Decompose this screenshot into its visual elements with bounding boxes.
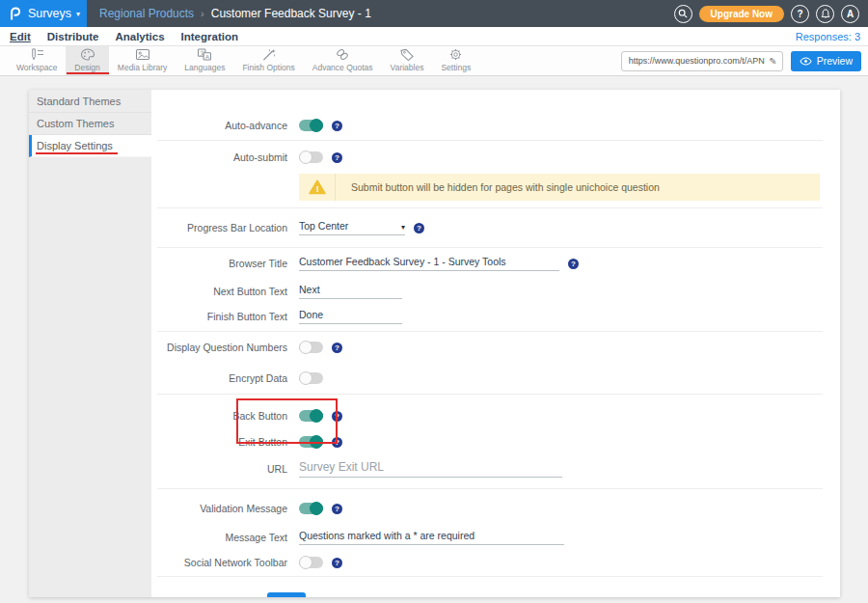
toolbar-tab-workspace[interactable]: Workspace [8,46,66,75]
progress-bar-help-icon[interactable]: ? [414,223,424,233]
browser-title-row: Browser Title Customer Feedback Survey -… [151,248,840,279]
exit-button-label: Exit Button [151,436,287,448]
validation-message-help-icon[interactable]: ? [332,504,342,514]
search-button[interactable] [674,5,692,23]
toggle-knob [299,151,312,164]
upgrade-now-button[interactable]: Upgrade Now [699,6,784,22]
sidebar-item-standard-themes[interactable]: Standard Themes [29,91,151,113]
svg-text:!: ! [315,184,318,194]
exit-url-input[interactable]: Survey Exit URL [299,460,562,478]
chevron-down-icon: ▾ [401,223,405,232]
chain-links-icon [335,48,350,61]
breadcrumb-folder[interactable]: Regional Products [99,7,194,20]
search-icon [678,9,688,18]
section-divider [157,488,823,489]
sidebar-item-label: Display Settings [37,140,113,151]
auto-advance-help-icon[interactable]: ? [332,121,342,131]
progress-bar-location-select[interactable]: Top Center ▾ [299,220,405,235]
save-row: Save [267,592,840,597]
product-switcher[interactable]: Surveys ▾ [0,0,87,27]
display-question-numbers-toggle[interactable] [299,342,323,353]
message-text-input[interactable]: Questions marked with a * are required [299,530,564,545]
toolbar-tab-label: Media Library [118,63,168,72]
toolbar-tab-label: Workspace [16,63,57,72]
notifications-button[interactable] [816,5,834,23]
section-divider [157,394,823,395]
toolbar-tab-label: Finish Options [242,63,294,72]
progress-bar-location-row: Progress Bar Location Top Center ▾ ? [151,208,840,247]
toolbar-tab-variables[interactable]: Variables [382,46,433,75]
browser-title-label: Browser Title [151,258,287,269]
back-button-row: Back Button ? [151,401,840,430]
toolbar-right: https://www.questionpro.com/t/APNrFZ ✎ P… [621,46,861,75]
social-network-toolbar-toggle[interactable] [299,557,323,568]
edit-toolbar: Workspace Design Media Library 文 A Langu… [0,46,868,76]
survey-url-field[interactable]: https://www.questionpro.com/t/APNrFZ ✎ [621,51,783,71]
warning-triangle-icon: ! [309,179,326,195]
toggle-knob [299,371,312,385]
magic-wand-icon [261,48,277,61]
browser-title-input[interactable]: Customer Feedback Survey - 1 - Survey To… [299,256,559,271]
browser-title-help-icon[interactable]: ? [568,259,579,269]
validation-message-row: Validation Message ? [151,491,840,526]
main-nav: Edit Distribute Analytics Integration Re… [0,27,868,46]
toolbar-tab-settings[interactable]: Settings [432,46,479,75]
social-network-toolbar-help-icon[interactable]: ? [332,558,342,568]
exit-button-toggle[interactable] [299,436,323,448]
exit-url-row: URL Survey Exit URL [151,455,840,482]
toolbar-tab-finish-options[interactable]: Finish Options [233,46,303,75]
display-question-numbers-row: Display Question Numbers ? [151,332,840,363]
exit-button-row: Exit Button ? [151,430,840,453]
finish-button-text-label: Finish Button Text [151,311,287,322]
toggle-knob [310,502,323,515]
responses-count[interactable]: Responses: 3 [796,31,860,42]
section-divider [157,576,823,577]
auto-submit-toggle[interactable] [299,151,323,163]
toggle-knob [310,409,323,423]
validation-message-toggle[interactable] [299,503,323,514]
toolbar-tab-design[interactable]: Design [66,46,108,75]
save-button[interactable]: Save [267,592,306,597]
product-name: Surveys [28,7,71,20]
design-settings-panel: Standard Themes Custom Themes Display Se… [29,90,840,597]
display-settings-annotation [36,152,118,154]
gear-icon [448,48,463,61]
nav-tab-distribute[interactable]: Distribute [47,31,99,42]
design-sidebar: Standard Themes Custom Themes Display Se… [29,90,151,597]
encrypt-data-row: Encrypt Data [151,363,840,394]
edit-url-icon[interactable]: ✎ [769,56,776,67]
bell-icon [821,9,830,19]
validation-message-label: Validation Message [151,503,287,514]
exit-button-help-icon[interactable]: ? [332,437,342,448]
social-network-toolbar-row: Social Network Toolbar ? [151,549,840,576]
next-button-text-input[interactable]: Next [299,284,402,299]
nav-tab-analytics[interactable]: Analytics [115,31,164,42]
toolbar-tab-media-library[interactable]: Media Library [109,46,176,75]
sidebar-item-custom-themes[interactable]: Custom Themes [29,113,151,135]
back-button-toggle[interactable] [299,410,323,422]
toolbar-tab-advance-quotas[interactable]: Advance Quotas [304,46,382,75]
auto-submit-help-icon[interactable]: ? [332,152,342,163]
finish-button-text-input[interactable]: Done [299,309,402,324]
nav-tab-integration[interactable]: Integration [181,31,238,42]
nav-tab-edit[interactable]: Edit [10,31,31,42]
preview-button[interactable]: Preview [791,51,861,71]
auto-advance-toggle[interactable] [299,120,323,131]
breadcrumb-survey-title: Customer Feedback Survey - 1 [211,7,371,20]
encrypt-data-toggle[interactable] [299,372,323,384]
back-button-help-icon[interactable]: ? [332,411,342,422]
toggle-knob [310,119,323,132]
toolbar-tab-languages[interactable]: 文 A Languages [176,46,233,75]
toolbar-tab-label: Advance Quotas [312,63,373,72]
account-avatar[interactable]: A [841,5,859,23]
top-bar: Surveys ▾ Regional Products › Customer F… [0,0,868,27]
display-settings-content: Auto-advance ? Auto-submit ? ! Submit bu… [151,90,840,597]
toggle-knob [299,556,312,569]
display-question-numbers-label: Display Question Numbers [151,342,287,353]
next-button-text-row: Next Button Text Next [151,279,840,304]
display-question-numbers-help-icon[interactable]: ? [332,343,342,353]
encrypt-data-label: Encrypt Data [151,372,287,384]
warning-icon-wrap: ! [299,174,336,201]
sidebar-item-display-settings[interactable]: Display Settings [29,135,151,157]
help-button[interactable]: ? [791,5,809,23]
